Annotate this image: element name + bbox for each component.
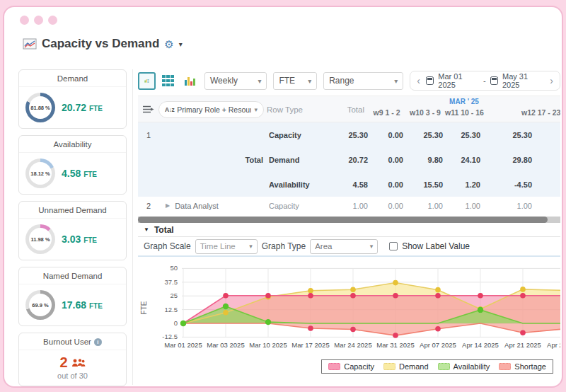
y-tick-label: 25 [170,292,178,299]
data-point-shortage[interactable] [393,333,398,338]
window-controls [20,16,57,25]
horizontal-scrollbar[interactable] [138,217,560,223]
x-tick-label: Mar 03 2025 [207,341,244,349]
data-point-demand[interactable] [350,287,356,292]
x-tick-label: Mar 17 2025 [291,341,329,349]
table-group-total: 1 Capacity 25.30 0.00 25.30 25.30 25.30 … [138,122,560,197]
data-point-capacity[interactable] [393,293,398,299]
data-point-capacity[interactable] [520,293,526,299]
main-content: Weekly▾ FTE▾ Range▾ ‹ Mar 01 2025 - May … [132,69,560,385]
data-point-capacity[interactable] [478,293,483,299]
settings-caret-icon[interactable]: ▾ [179,40,183,48]
sort-az-icon: A↓z [165,106,174,113]
kpi-value: 4.58 FTE [62,168,97,179]
sort-rows-icon[interactable] [142,105,154,114]
view-bar-chart-button[interactable] [180,73,198,89]
prev-period-button[interactable]: ‹ [415,76,422,86]
table-row[interactable]: Availability 4.58 0.00 15.50 1.20 -4.50 [138,172,560,197]
kpi-title: Unnamed Demand [19,202,126,219]
data-point-capacity[interactable] [265,293,271,299]
month-header: MAR ' 25 [368,98,560,108]
data-point-capacity[interactable] [435,293,441,299]
scrollbar-thumb[interactable] [138,217,548,223]
y-axis-label: FTE [140,301,148,314]
calendar-icon [426,76,434,85]
date-to[interactable]: May 31 2025 [502,72,544,89]
info-icon[interactable]: i [94,338,102,346]
graph-scale-select[interactable]: Time Line▾ [195,239,258,254]
chevron-down-icon: ▾ [249,243,253,250]
page-header: Capacity vs Demand ⚙ ▾ [23,37,183,51]
data-point-capacity[interactable] [223,293,229,299]
date-range-picker: ‹ Mar 01 2025 - May 31 2025 › [410,71,560,91]
area-chart-canvas: 5037.52512.50-12.5FTEMar 01 2025Mar 03 2… [138,258,560,357]
expand-row-icon[interactable]: ▶ [166,202,170,209]
gear-icon[interactable]: ⚙ [164,39,173,50]
next-period-button[interactable]: › [548,76,555,86]
window-dot-close[interactable] [20,16,29,25]
collapse-icon[interactable]: ▼ [144,226,149,233]
graph-section-header[interactable]: ▼ Total [138,223,560,237]
window-dot-maximize[interactable] [48,16,57,25]
series-area-shortage [183,323,560,335]
kpi-title: Demand [19,70,126,87]
toolbar: Weekly▾ FTE▾ Range▾ ‹ Mar 01 2025 - May … [138,69,560,92]
y-tick-label: -12.5 [162,333,178,340]
x-tick-label: Apr 21 2025 [504,341,541,349]
data-point-availability[interactable] [223,304,229,309]
data-point-demand[interactable] [520,287,526,292]
legend-item-capacity: Capacity [328,362,374,371]
graph-type-select[interactable]: Area▾ [310,239,378,254]
legend-label: Demand [399,362,429,371]
chevron-down-icon: ▾ [254,106,258,113]
kpi-card-unnamed-demand: Unnamed Demand 11.98 % 3.03 FTE [18,201,127,260]
table-row[interactable]: 1 Capacity 25.30 0.00 25.30 25.30 25.30 [138,122,560,147]
data-point-capacity[interactable] [308,293,313,299]
data-point-demand[interactable] [393,280,398,286]
table-row[interactable]: Total Demand 20.72 0.00 9.80 24.10 29.80 [138,147,560,172]
range-mode-select[interactable]: Range▾ [323,72,403,90]
data-point-shortage[interactable] [308,325,313,331]
period-select[interactable]: Weekly▾ [204,72,267,90]
unit-select[interactable]: FTE▾ [273,72,317,90]
y-tick-label: 37.5 [165,278,178,286]
legend-swatch [383,363,395,370]
graph-type-label: Graph Type [262,241,306,251]
chevron-down-icon: ▾ [394,77,398,85]
kpi-title: Named Demand [19,267,126,284]
legend-item-availability: Availability [438,362,490,371]
kpi-value: 20.72 FTE [62,102,103,113]
app-window: Capacity vs Demand ⚙ ▾ Demand 81.88 % 20… [3,6,563,388]
x-tick-label: Mar 10 2025 [249,341,287,349]
group-by-select[interactable]: A↓z Primary Role + Resource... ▾ [158,101,264,118]
window-dot-minimize[interactable] [34,16,43,25]
view-grid-button[interactable] [159,73,177,89]
page-title: Capacity vs Demand [42,37,159,51]
data-point-capacity[interactable] [350,293,356,299]
data-point-availability[interactable] [180,321,186,326]
x-tick-label: Mar 01 2025 [164,341,202,349]
data-point-demand[interactable] [308,288,313,294]
data-point-shortage[interactable] [350,327,356,333]
legend-label: Shortage [514,362,546,371]
data-point-availability[interactable] [265,319,271,325]
kpi-title: Burnout User i [19,333,126,350]
x-tick-label: Apr 07 2025 [420,341,456,349]
date-from[interactable]: Mar 01 2025 [438,72,479,89]
legend-item-demand: Demand [383,362,429,371]
table-row-data-analyst[interactable]: 2 ▶ Data Analyst Capacity 1.00 0.00 1.00… [138,197,560,214]
data-point-demand[interactable] [223,310,229,316]
show-label-value-label: Show Label Value [402,241,470,251]
show-label-value-checkbox[interactable] [389,242,398,250]
kpi-card-named-demand: Named Demand 69.9 % 17.68 FTE [18,267,127,326]
kpi-card-demand: Demand 81.88 % 20.72 FTE [18,69,127,129]
data-point-availability[interactable] [478,307,483,313]
view-chart-table-button[interactable] [138,72,156,90]
y-tick-label: 12.5 [165,306,178,313]
column-header-week: w11 10 - 16 [445,108,483,117]
data-point-demand[interactable] [435,287,441,293]
data-point-shortage[interactable] [435,326,441,332]
donut-percent: 18.12 % [29,162,52,185]
bar-chart-icon [184,76,195,86]
data-point-shortage[interactable] [520,330,526,335]
